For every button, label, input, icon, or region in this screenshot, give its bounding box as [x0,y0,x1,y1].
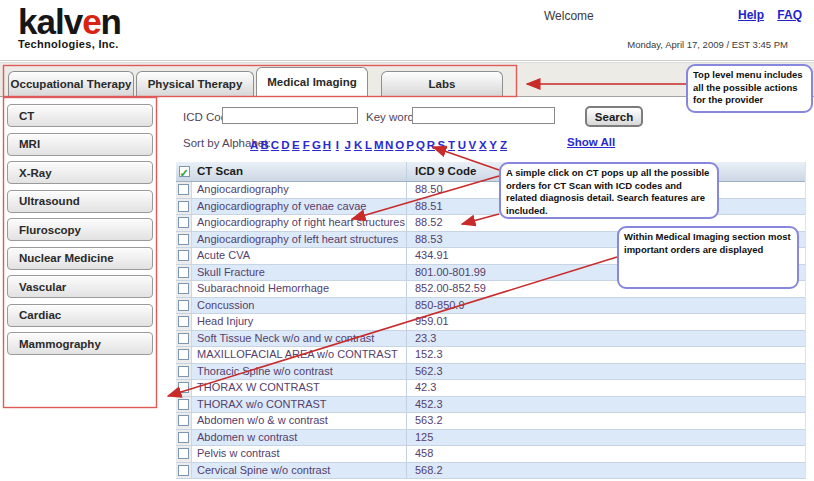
show-all-link[interactable]: Show All [567,136,615,148]
row-checkbox[interactable] [178,333,189,344]
alpha-link-y[interactable]: Y [488,139,498,151]
row-checkbox-cell [176,364,192,380]
sidebar-item-fluroscopy[interactable]: Fluroscopy [7,218,153,241]
table-row-abdomen-w-o-w-contrast[interactable]: Abdomen w/o & w contrast563.2 [176,413,805,430]
order-name: Subarachnoid Hemorrhage [192,281,406,297]
tab-labs[interactable]: Labs [381,71,503,96]
alpha-link-s[interactable]: S [436,139,446,151]
alpha-link-z[interactable]: Z [498,139,508,151]
row-checkbox-cell [176,331,192,347]
order-name: THORAX w/o CONTRAST [192,397,406,413]
sidebar-item-ct[interactable]: CT [7,104,153,127]
alpha-link-x[interactable]: X [478,139,488,151]
icd9-code: 152.3 [406,347,805,363]
sidebar-item-ultrasound[interactable]: Ultrasound [7,190,153,213]
table-row-thoracic-spine-w-o-contrast[interactable]: Thoracic Spine w/o contrast562.3 [176,364,805,381]
order-name: Angiocardiography of left heart structur… [192,232,406,248]
table-row-abdomen-w-contrast[interactable]: Abdomen w contrast125 [176,430,805,447]
row-checkbox-cell [176,446,192,462]
column-header-ct-scan[interactable]: CT Scan [192,162,406,181]
row-checkbox[interactable] [178,399,189,410]
row-checkbox[interactable] [178,217,189,228]
icd9-code: 42.3 [406,380,805,396]
sidebar-item-mammography[interactable]: Mammography [7,332,153,355]
faq-link[interactable]: FAQ [777,8,802,22]
alpha-link-i[interactable]: I [332,139,342,151]
row-checkbox[interactable] [178,465,189,476]
table-row-pelvis-w-contrast[interactable]: Pelvis w contrast458 [176,446,805,463]
alpha-link-o[interactable]: O [394,139,404,151]
sidebar-item-mri[interactable]: MRI [7,133,153,156]
table-row-thorax-w-contrast[interactable]: THORAX W CONTRAST42.3 [176,380,805,397]
alpha-link-b[interactable]: B [259,139,269,151]
row-checkbox-cell [176,265,192,281]
row-checkbox[interactable] [178,234,189,245]
alpha-link-r[interactable]: R [426,139,436,151]
row-checkbox[interactable] [178,382,189,393]
sidebar-item-x-ray[interactable]: X-Ray [7,161,153,184]
alpha-link-m[interactable]: M [374,139,384,151]
alpha-link-j[interactable]: J [343,139,353,151]
tab-physical-therapy[interactable]: Physical Therapy [136,71,254,96]
row-checkbox[interactable] [178,316,189,327]
row-checkbox[interactable] [178,267,189,278]
row-checkbox[interactable] [178,250,189,261]
table-row-thorax-w-o-contrast[interactable]: THORAX w/o CONTRAST452.3 [176,397,805,414]
tab-occupational-therapy[interactable]: Occupational Therapy [8,71,134,96]
callout-top-level-menu: Top level menu includes all the possible… [686,64,813,113]
icd9-code: 959.01 [406,314,805,330]
alpha-link-q[interactable]: Q [415,139,425,151]
row-checkbox[interactable] [178,448,189,459]
table-row-cervical-spine-w-o-contrast[interactable]: Cervical Spine w/o contrast568.2 [176,463,805,480]
row-checkbox[interactable] [178,300,189,311]
alpha-link-v[interactable]: V [467,139,477,151]
alpha-link-p[interactable]: P [405,139,415,151]
alpha-link-l[interactable]: L [363,139,373,151]
alpha-link-h[interactable]: H [322,139,332,151]
row-checkbox[interactable] [178,415,189,426]
table-row-soft-tissue-neck-w-o-and-w-contrast[interactable]: Soft Tissue Neck w/o and w contrast23.3 [176,331,805,348]
keyword-input[interactable] [412,107,555,124]
icd9-code: 23.3 [406,331,805,347]
order-name: Skull Fracture [192,265,406,281]
alpha-link-c[interactable]: C [270,139,280,151]
row-checkbox[interactable] [178,432,189,443]
row-checkbox-cell [176,380,192,396]
select-all-checkbox[interactable] [179,166,190,177]
alpha-link-k[interactable]: K [353,139,363,151]
table-row-concussion[interactable]: Concussion850-850.9 [176,298,805,315]
row-checkbox-cell [176,347,192,363]
icd9-code: 850-850.9 [406,298,805,314]
row-checkbox[interactable] [178,184,189,195]
sidebar-item-cardiac[interactable]: Cardiac [7,304,153,327]
alpha-link-e[interactable]: E [291,139,301,151]
order-name: Thoracic Spine w/o contrast [192,364,406,380]
table-row-maxillofacial-area-w-o-contrast[interactable]: MAXILLOFACIAL AREA w/o CONTRAST152.3 [176,347,805,364]
row-checkbox-cell [176,182,192,198]
alpha-link-f[interactable]: F [301,139,311,151]
alpha-link-g[interactable]: G [311,139,321,151]
row-checkbox[interactable] [178,349,189,360]
tab-medical-imaging[interactable]: Medical Imaging [256,67,368,96]
logo-accent-letter: e [82,2,100,41]
row-checkbox[interactable] [178,201,189,212]
row-checkbox[interactable] [178,283,189,294]
order-name: Abdomen w contrast [192,430,406,446]
table-row-head-injury[interactable]: Head Injury959.01 [176,314,805,331]
alpha-link-d[interactable]: D [280,139,290,151]
row-checkbox[interactable] [178,366,189,377]
help-link[interactable]: Help [738,8,764,22]
alpha-link-a[interactable]: A [249,139,259,151]
sidebar-item-nuclear-medicine[interactable]: Nuclear Medicine [7,247,153,270]
row-checkbox-cell [176,413,192,429]
sidebar-item-vascular[interactable]: Vascular [7,275,153,298]
search-button[interactable]: Search [585,106,643,127]
row-checkbox-cell [176,397,192,413]
order-name: Acute CVA [192,248,406,264]
alpha-link-u[interactable]: U [457,139,467,151]
icd-code-input[interactable] [222,107,358,124]
alpha-link-t[interactable]: T [446,139,456,151]
order-name: Abdomen w/o & w contrast [192,413,406,429]
icd9-code: 562.3 [406,364,805,380]
alpha-link-n[interactable]: N [384,139,394,151]
